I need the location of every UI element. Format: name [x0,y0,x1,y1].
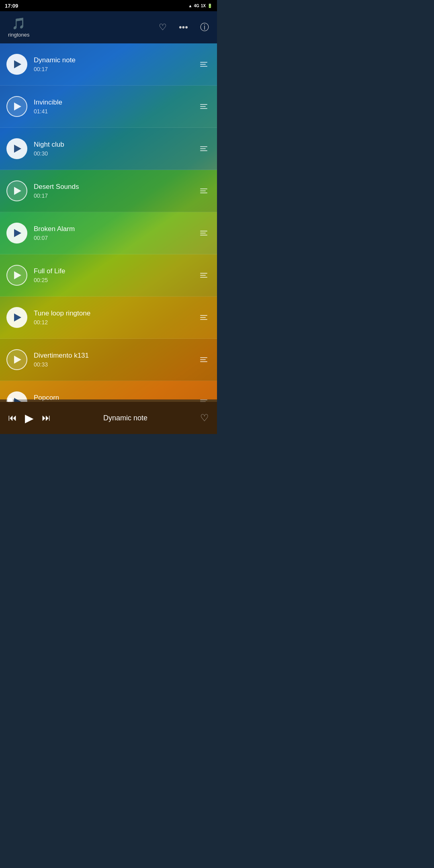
menu-lines-icon [200,104,207,109]
track-title: Full of Life [34,267,197,275]
play-icon [14,60,21,68]
track-duration: 00:17 [34,192,197,199]
play-button-7[interactable] [6,307,27,328]
favorite-button[interactable]: ♡ [200,412,209,424]
music-icon: 🎵 [12,17,26,30]
menu-lines-icon [200,62,207,67]
play-button-2[interactable] [6,96,27,117]
play-icon [14,229,21,237]
signal-icon2: 1X [201,4,206,8]
brand-section: 🎵 ringtones [8,17,29,38]
track-duration: 00:30 [34,150,197,157]
menu-lines-icon [200,146,207,151]
track-menu-button-7[interactable] [197,312,211,323]
menu-lines-icon [200,273,207,278]
track-item[interactable]: Night club00:30 [0,128,217,170]
header-actions: ♡ ••• ⓘ [159,21,209,33]
track-title: Invincible [34,98,197,106]
play-button[interactable]: ▶ [25,411,34,425]
more-options-icon[interactable]: ••• [179,22,188,33]
play-button-6[interactable] [6,265,27,286]
track-duration: 00:12 [34,319,197,326]
track-info: Dynamic note00:17 [27,56,197,72]
track-title: Tune loop ringtone [34,309,197,317]
play-icon [14,271,21,279]
track-info: Tune loop ringtone00:12 [27,309,197,326]
track-menu-button-4[interactable] [197,185,211,197]
menu-lines-icon [200,231,207,235]
battery-icon: 🔋 [207,4,212,8]
track-duration: 00:17 [34,66,197,72]
track-item[interactable]: Invincible01:41 [0,86,217,128]
play-icon [14,356,21,364]
track-item[interactable]: Popcorn00:06 [0,381,217,402]
favorites-icon[interactable]: ♡ [159,22,167,33]
brand-label: ringtones [8,32,29,38]
track-title: Divertimento k131 [34,352,197,360]
track-item[interactable]: Desert Sounds00:17 [0,170,217,212]
now-playing-label: Dynamic note [51,414,200,422]
info-icon[interactable]: ⓘ [200,21,209,33]
track-menu-button-2[interactable] [197,101,211,112]
track-item[interactable]: Broken Alarm00:07 [0,212,217,254]
fast-forward-button[interactable]: ⏭ [42,413,51,423]
header: 🎵 ringtones ♡ ••• ⓘ [0,11,217,43]
track-duration: 00:07 [34,235,197,241]
menu-lines-icon [200,315,207,320]
menu-lines-icon [200,188,207,193]
track-title: Desert Sounds [34,183,197,191]
track-info: Full of Life00:25 [27,267,197,283]
track-menu-button-6[interactable] [197,270,211,281]
track-duration: 01:41 [34,108,197,115]
signal-icon: 4G [194,4,199,8]
play-icon [14,187,21,195]
play-button-3[interactable] [6,138,27,159]
status-icons: ▲ 4G 1X 🔋 [188,4,212,8]
track-item[interactable]: Dynamic note00:17 [0,43,217,86]
play-icon [14,102,21,111]
track-title: Night club [34,141,197,149]
track-item[interactable]: Divertimento k13100:33 [0,339,217,381]
status-bar: 17:09 ▲ 4G 1X 🔋 [0,0,217,11]
playback-controls: ⏮ ▶ ⏭ [8,411,51,425]
play-icon [14,313,21,321]
track-menu-button-5[interactable] [197,227,211,239]
track-info: Invincible01:41 [27,98,197,115]
track-menu-button-1[interactable] [197,59,211,70]
wifi-icon: ▲ [188,4,192,8]
bottom-player-bar: ⏮ ▶ ⏭ Dynamic note ♡ [0,402,217,434]
track-info: Broken Alarm00:07 [27,225,197,241]
track-info: Night club00:30 [27,141,197,157]
play-icon [14,145,21,153]
play-button-1[interactable] [6,54,27,75]
track-info: Divertimento k13100:33 [27,352,197,368]
play-button-8[interactable] [6,349,27,370]
time: 17:09 [5,3,18,9]
track-duration: 00:33 [34,361,197,368]
track-title: Dynamic note [34,56,197,64]
track-menu-button-8[interactable] [197,354,211,365]
rewind-button[interactable]: ⏮ [8,413,17,423]
menu-lines-icon [200,357,207,362]
track-duration: 00:25 [34,277,197,283]
track-info: Desert Sounds00:17 [27,183,197,199]
track-title: Broken Alarm [34,225,197,233]
track-menu-button-3[interactable] [197,143,211,154]
track-item[interactable]: Tune loop ringtone00:12 [0,297,217,339]
play-button-4[interactable] [6,180,27,201]
play-button-5[interactable] [6,223,27,244]
track-item[interactable]: Full of Life00:25 [0,254,217,297]
track-list: Dynamic note00:17Invincible01:41Night cl… [0,43,217,402]
